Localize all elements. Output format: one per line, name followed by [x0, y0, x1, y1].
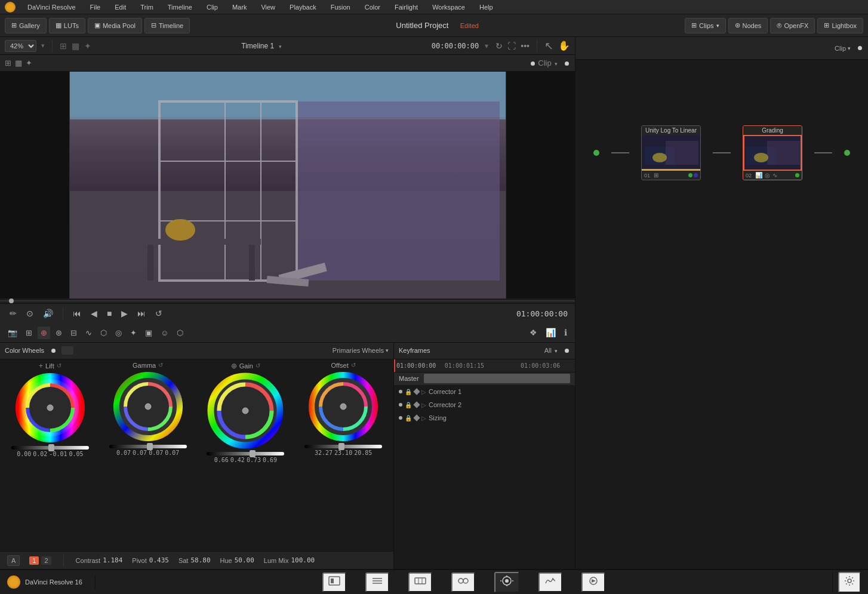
gamma-color-wheel[interactable] — [112, 371, 184, 442]
luts-button[interactable]: ▦ LUTs — [49, 18, 85, 33]
nav-deliver-btn[interactable] — [581, 573, 605, 592]
color-tool-key[interactable]: ⊟ — [67, 327, 80, 339]
mode-a-btn[interactable]: A — [7, 555, 20, 566]
nav-settings-btn[interactable] — [838, 572, 861, 593]
lift-val-2: -0.01 — [49, 451, 67, 457]
color-tool-waveform[interactable]: ❖ — [527, 326, 540, 339]
sat-value[interactable]: 58.80 — [190, 556, 210, 564]
lift-reset-icon[interactable]: ↺ — [57, 362, 61, 369]
lightbox-button[interactable]: ⊞ Lightbox — [817, 18, 863, 33]
nav-media-btn[interactable] — [322, 573, 346, 592]
menu-fusion[interactable]: Fusion — [328, 2, 353, 12]
keyframes-all-btn[interactable]: All ▾ — [544, 347, 558, 354]
menu-color[interactable]: Color — [362, 2, 383, 12]
menu-davinci[interactable]: DaVinci Resolve — [25, 2, 78, 12]
go-end-button[interactable]: ⏭ — [135, 307, 148, 319]
go-start-button[interactable]: ⏮ — [70, 307, 84, 319]
gain-color-wheel[interactable] — [207, 372, 284, 450]
gamma-reset-icon[interactable]: ↺ — [158, 362, 163, 368]
lift-add-icon[interactable]: + — [39, 362, 43, 370]
nav-fusion-btn[interactable] — [451, 573, 475, 592]
scrubber-area[interactable] — [0, 298, 575, 303]
clip-mode-btn[interactable]: Clip ▾ — [835, 45, 851, 52]
primaries-wheels-btn[interactable]: Primaries Wheels ▾ — [333, 347, 389, 354]
color-tool-stills[interactable]: ▣ — [142, 327, 155, 339]
color-tool-circle[interactable]: ⊕ — [38, 327, 50, 339]
color-tool-output[interactable]: ⬡ — [174, 327, 186, 339]
gain-crosshair-icon[interactable]: ⊕ — [231, 362, 237, 370]
kf-corrector1-label: Corrector 1 — [429, 388, 461, 395]
lum-mix-value[interactable]: 100.00 — [291, 556, 315, 564]
node-1[interactable]: Unity Log To Linear — [641, 125, 701, 180]
play-button[interactable]: ▶ — [119, 307, 130, 319]
kf-chevron-icon: ▾ — [555, 348, 558, 354]
step-back-button[interactable]: ◀ — [88, 307, 100, 319]
wheels-mode-btn[interactable] — [61, 346, 73, 355]
playback-timecode: 01:00:00:00 — [516, 309, 568, 318]
menu-playback[interactable]: Playback — [287, 2, 319, 12]
offset-reset-icon[interactable]: ↺ — [351, 362, 356, 368]
clip-num-2[interactable]: 2 — [41, 556, 51, 565]
nodes-button[interactable]: ⊛ Nodes — [728, 18, 768, 33]
menu-help[interactable]: Help — [477, 2, 495, 12]
gain-reset-icon[interactable]: ↺ — [256, 362, 260, 369]
scrubber-handle[interactable] — [9, 298, 14, 303]
color-tool-tracker[interactable]: ◎ — [112, 327, 125, 339]
view-grid-icon[interactable]: ⊞ — [5, 59, 11, 67]
openfx-button[interactable]: ® OpenFX — [770, 18, 815, 33]
hand-icon[interactable]: ✋ — [558, 40, 570, 51]
lift-slider[interactable] — [11, 446, 89, 450]
menu-file[interactable]: File — [88, 2, 103, 12]
nav-cut-btn[interactable] — [365, 573, 389, 592]
contrast-value[interactable]: 1.184 — [103, 556, 122, 564]
tool-btn[interactable]: ✏ — [7, 307, 19, 319]
color-tool-nodes[interactable]: ⊛ — [53, 327, 65, 339]
nav-edit-btn[interactable] — [408, 573, 432, 592]
zoom-select[interactable]: 42% — [5, 40, 36, 52]
loop-button[interactable]: ↺ — [153, 307, 165, 319]
menu-clip[interactable]: Clip — [204, 2, 220, 12]
clips-button[interactable]: ⊞ Clips ▾ — [685, 18, 725, 33]
stop-button[interactable]: ■ — [104, 307, 114, 319]
color-tool-info[interactable]: ℹ — [561, 326, 570, 339]
media-pool-button[interactable]: ▣ Media Pool — [88, 18, 142, 33]
clip-num-1[interactable]: 1 — [29, 556, 39, 565]
nav-color-btn[interactable] — [494, 572, 519, 593]
menu-view[interactable]: View — [258, 2, 278, 12]
lift-values: 0.00 0.02 -0.01 0.05 — [17, 451, 83, 457]
menu-mark[interactable]: Mark — [230, 2, 249, 12]
pivot-value[interactable]: 0.435 — [149, 556, 169, 564]
clip-mode-btns: 1 2 — [29, 556, 51, 565]
hue-value[interactable]: 50.00 — [235, 556, 254, 564]
menu-timeline[interactable]: Timeline — [165, 2, 195, 12]
color-tool-curves[interactable]: ∿ — [82, 327, 95, 339]
kf-playhead[interactable] — [394, 359, 395, 372]
gamma-val-2: 0.07 — [149, 450, 163, 456]
offset-slider[interactable] — [304, 445, 382, 448]
view-settings-icon[interactable]: ✦ — [26, 59, 32, 67]
menu-fairlight[interactable]: Fairlight — [392, 2, 420, 12]
gamma-slider[interactable] — [109, 445, 187, 448]
lift-color-wheel[interactable] — [14, 372, 86, 444]
menu-edit[interactable]: Edit — [112, 2, 128, 12]
color-tool-grid[interactable]: ⊞ — [23, 327, 35, 339]
view-layout-icon[interactable]: ▦ — [15, 59, 22, 67]
gamma-val-0: 0.07 — [116, 450, 131, 456]
color-tool-histogram[interactable]: 📊 — [543, 326, 559, 339]
color-tool-magic[interactable]: ✦ — [127, 327, 140, 339]
color-tool-camera[interactable]: 📷 — [5, 327, 20, 339]
color-tool-shape[interactable]: ⬡ — [97, 327, 110, 339]
menu-workspace[interactable]: Workspace — [430, 2, 467, 12]
audio-btn[interactable]: 🔊 — [41, 307, 56, 319]
gallery-button[interactable]: ⊞ Gallery — [5, 18, 47, 33]
nav-fairlight-btn[interactable] — [538, 573, 562, 592]
cursor-icon[interactable]: ↖ — [544, 39, 553, 53]
timeline-button[interactable]: ⊟ Timeline — [144, 18, 190, 33]
offset-color-wheel[interactable] — [307, 371, 379, 442]
color-tool-faces[interactable]: ☺ — [158, 327, 171, 339]
gain-slider[interactable] — [207, 452, 284, 455]
node-2-circle-icon: ◎ — [765, 172, 770, 178]
menu-trim[interactable]: Trim — [138, 2, 156, 12]
tool-btn2[interactable]: ⊙ — [24, 307, 36, 319]
node-2[interactable]: Grading 02 — [743, 125, 802, 180]
